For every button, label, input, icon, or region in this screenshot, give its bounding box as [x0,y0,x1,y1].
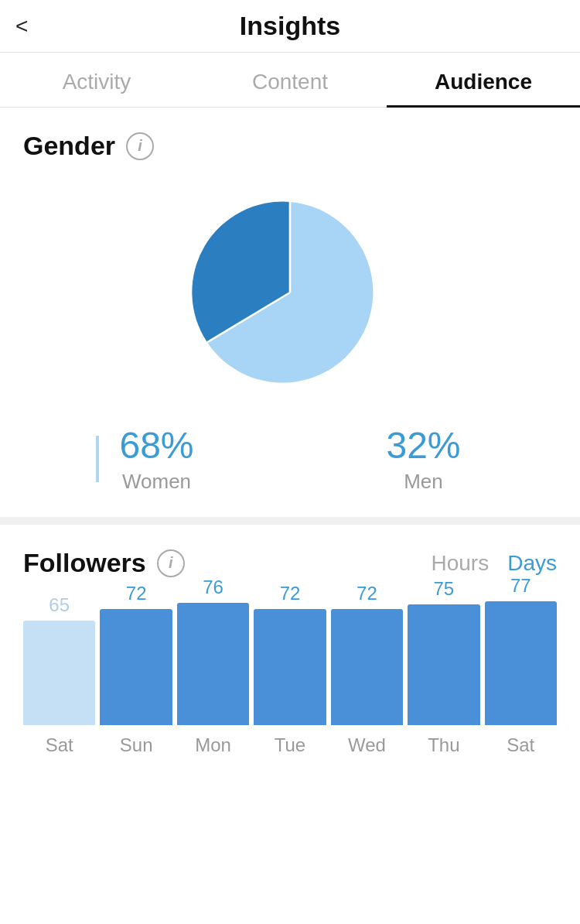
bar-label-5: Thu [428,734,459,756]
toggle-days[interactable]: Days [507,551,557,576]
gender-info-icon[interactable]: i [126,132,154,160]
followers-header: Followers i Hours Days [23,548,557,578]
bar-value-3: 72 [280,583,301,604]
bar-value-4: 72 [357,583,377,604]
gender-header: Gender i [23,131,557,161]
bar-label-0: Sat [46,734,73,756]
gender-legend: 68% Women 32% Men [23,416,557,501]
pie-svg [189,192,391,393]
gender-title: Gender [23,131,115,161]
bar-group-thu-5: 75Thu [408,578,479,756]
followers-toggle: Hours Days [432,551,558,576]
header: < Insights [0,0,580,53]
bar-value-0: 65 [49,594,70,616]
gender-pie-chart [23,176,557,416]
bar-label-6: Sat [507,734,534,756]
tab-content[interactable]: Content [193,53,387,107]
women-label: Women [122,470,191,494]
tab-activity[interactable]: Activity [0,53,193,107]
men-percentage: 32% [386,424,460,467]
back-button[interactable]: < [15,15,28,37]
bar-group-sat-6: 77Sat [485,575,557,756]
bar-rect-3 [254,609,326,725]
bar-rect-4 [331,609,403,725]
followers-left: Followers i [23,548,185,578]
bar-rect-0 [23,621,95,725]
tab-audience[interactable]: Audience [387,53,580,107]
page-title: Insights [240,11,340,41]
bar-rect-1 [100,609,172,725]
bar-value-1: 72 [126,583,147,604]
bar-rect-2 [177,603,249,725]
bar-value-6: 77 [510,575,531,597]
toggle-hours[interactable]: Hours [432,551,490,576]
men-label: Men [404,470,443,494]
bar-group-sun-1: 72Sun [100,583,172,756]
followers-section: Followers i Hours Days 65Sat72Sun76Mon72… [0,525,580,772]
followers-title: Followers [23,548,146,578]
bar-group-sat-0: 65Sat [23,594,95,756]
bar-label-4: Wed [348,734,386,756]
bar-group-wed-4: 72Wed [331,583,403,756]
bar-group-mon-2: 76Mon [177,577,249,756]
gender-men: 32% Men [386,424,460,494]
women-percentage: 68% [119,424,193,467]
bar-group-tue-3: 72Tue [254,583,326,756]
bar-chart-bars: 65Sat72Sun76Mon72Tue72Wed75Thu77Sat [23,601,557,756]
tab-bar: Activity Content Audience [0,53,580,108]
bar-rect-6 [485,601,557,725]
bar-value-2: 76 [203,577,223,598]
bar-label-2: Mon [195,734,231,756]
gender-section: Gender i 68% Women 32% Men [0,108,580,525]
followers-bar-chart: 65Sat72Sun76Mon72Tue72Wed75Thu77Sat [23,601,557,756]
gender-women: 68% Women [119,424,193,494]
followers-info-icon[interactable]: i [157,549,185,577]
bar-label-3: Tue [275,734,305,756]
bar-rect-5 [408,604,479,725]
bar-label-1: Sun [120,734,153,756]
bar-value-5: 75 [433,578,454,600]
